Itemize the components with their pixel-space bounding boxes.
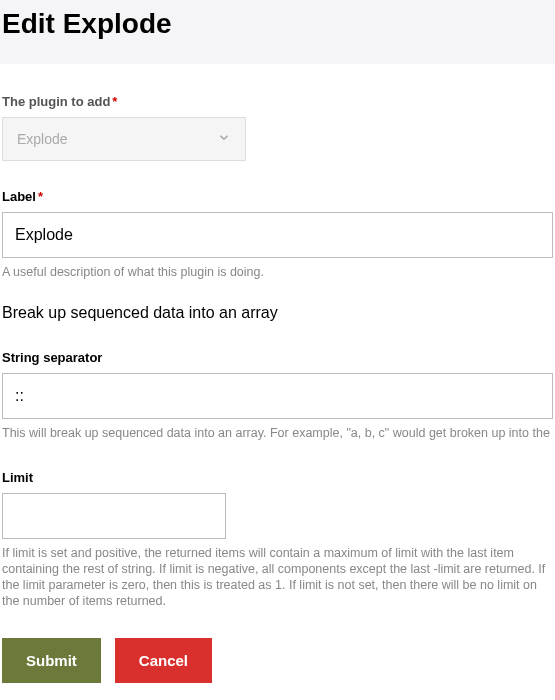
plugin-required-marker: * bbox=[112, 94, 117, 109]
limit-group: Limit If limit is set and positive, the … bbox=[2, 470, 553, 610]
chevron-down-icon bbox=[217, 131, 231, 148]
label-input[interactable] bbox=[2, 212, 553, 258]
separator-group: String separator This will break up sequ… bbox=[2, 350, 553, 441]
page-title: Edit Explode bbox=[0, 8, 555, 40]
plugin-selected-value: Explode bbox=[17, 131, 68, 147]
separator-label: String separator bbox=[2, 350, 553, 365]
submit-button[interactable]: Submit bbox=[2, 638, 101, 683]
label-field-label-text: Label bbox=[2, 189, 36, 204]
label-field-label: Label* bbox=[2, 189, 553, 204]
plugin-group: The plugin to add* Explode bbox=[2, 94, 553, 161]
limit-help-text: If limit is set and positive, the return… bbox=[2, 545, 553, 610]
plugin-label: The plugin to add* bbox=[2, 94, 553, 109]
limit-input[interactable] bbox=[2, 493, 226, 539]
page-header: Edit Explode bbox=[0, 0, 555, 64]
label-help-text: A useful description of what this plugin… bbox=[2, 264, 553, 280]
button-row: Submit Cancel bbox=[2, 638, 553, 683]
limit-label: Limit bbox=[2, 470, 553, 485]
plugin-description: Break up sequenced data into an array bbox=[2, 304, 553, 322]
plugin-label-text: The plugin to add bbox=[2, 94, 110, 109]
plugin-select[interactable]: Explode bbox=[2, 117, 246, 161]
cancel-button[interactable]: Cancel bbox=[115, 638, 212, 683]
label-required-marker: * bbox=[38, 189, 43, 204]
label-group: Label* A useful description of what this… bbox=[2, 189, 553, 280]
separator-input[interactable] bbox=[2, 373, 553, 419]
separator-help-text: This will break up sequenced data into a… bbox=[2, 425, 553, 441]
form-area: The plugin to add* Explode Label* A usef… bbox=[0, 64, 555, 683]
